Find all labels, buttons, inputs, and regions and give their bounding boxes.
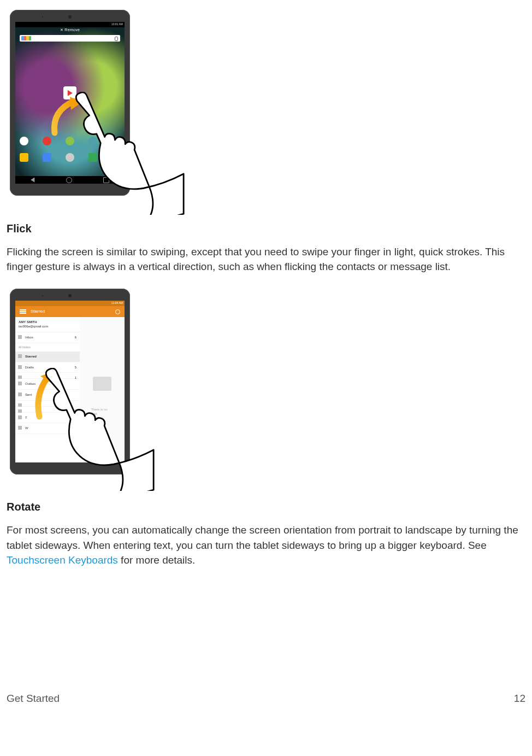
drawer-item-label: Inbox — [25, 336, 33, 339]
app-icon — [43, 153, 51, 162]
drawer-item-label: Outbox — [25, 382, 36, 385]
app-icon — [88, 153, 97, 162]
mail-drawer: AMY SMITH iac006e@qmail.com Inbox 6 All … — [15, 317, 80, 462]
drawer-item-label: Starred — [25, 355, 37, 358]
drawer-item-count: 5 — [75, 365, 76, 370]
status-bar: 10:01 AM — [15, 22, 125, 27]
heading-rotate: Rotate — [7, 499, 525, 515]
account-name: AMY SMITH — [19, 320, 76, 325]
app-icon — [20, 153, 28, 162]
remove-drop-target: ✕ Remove — [60, 27, 80, 33]
tablet-frame: 11:04 AM Starred AMY SMITH iac006e@qmail… — [10, 289, 130, 474]
app-drawer-icon — [66, 153, 74, 162]
tablet-screen-mail: 11:04 AM Starred AMY SMITH iac006e@qmail… — [15, 301, 125, 462]
heading-flick: Flick — [7, 221, 525, 237]
android-nav-bar — [15, 176, 125, 184]
tablet-screen-home: 10:01 AM ✕ Remove — [15, 22, 125, 184]
app-icon — [43, 137, 51, 145]
empty-mail-icon — [93, 377, 111, 391]
app-icon — [88, 137, 97, 145]
drawer-item-label: Sent — [25, 393, 32, 396]
drawer-item: 1 — [15, 373, 80, 379]
page-footer: Get Started 12 — [7, 691, 525, 706]
drawer-item — [15, 407, 80, 413]
status-bar: 11:04 AM — [15, 301, 125, 306]
drawer-item: Inbox 6 — [15, 332, 80, 343]
camera-dot — [68, 294, 72, 297]
app-icon — [111, 137, 120, 145]
drawer-item: Outbox — [15, 379, 80, 390]
drawer-item-count: 6 — [75, 335, 76, 340]
drawer-item-selected: Starred — [15, 351, 80, 362]
drawer-account: AMY SMITH iac006e@qmail.com — [15, 317, 80, 332]
illustration-swipe: 10:01 AM ✕ Remove — [10, 10, 130, 196]
account-email: iac006e@qmail.com — [19, 325, 48, 328]
drawer-item: T — [15, 413, 80, 424]
home-icon-row-1 — [20, 137, 120, 145]
drawer-item: Drafts 5 — [15, 362, 80, 373]
footer-page-number: 12 — [514, 691, 525, 706]
tablet-frame: 10:01 AM ✕ Remove — [10, 10, 130, 196]
mail-app-bar: Starred — [15, 306, 125, 317]
google-search-bar — [20, 35, 120, 42]
home-icon-row-2 — [20, 153, 120, 162]
drawer-item: Sent — [15, 390, 80, 401]
empty-mail-text: There is no mail — [91, 407, 114, 417]
paragraph-flick: Flicking the screen is similar to swipin… — [7, 244, 525, 274]
drawer-item-label: W — [25, 426, 28, 430]
dragged-app-icon — [63, 86, 76, 99]
drawer-section-label: All folders — [15, 343, 80, 351]
rotate-text-before: For most screens, you can automatically … — [7, 524, 518, 551]
app-icon — [66, 137, 74, 145]
app-icon — [111, 153, 120, 162]
drawer-item-label: Drafts — [25, 366, 34, 369]
drawer-item-label: T — [25, 416, 27, 419]
rotate-text-after: for more details. — [118, 554, 196, 566]
footer-section: Get Started — [7, 691, 60, 706]
app-icon — [20, 137, 28, 145]
mail-content-pane: There is no mail — [80, 317, 125, 462]
drawer-item — [15, 401, 80, 407]
camera-dot — [68, 15, 72, 19]
link-touchscreen-keyboards[interactable]: Touchscreen Keyboards — [7, 554, 118, 566]
drawer-item: W — [15, 423, 80, 434]
paragraph-rotate: For most screens, you can automatically … — [7, 523, 525, 568]
illustration-flick: 11:04 AM Starred AMY SMITH iac006e@qmail… — [10, 289, 130, 474]
